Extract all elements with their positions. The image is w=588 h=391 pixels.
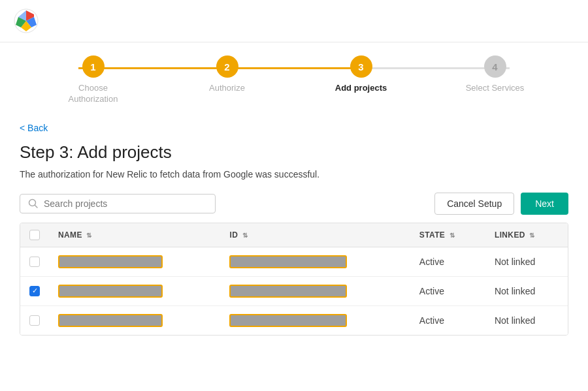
row-2-name-redacted [58, 285, 163, 298]
page-description: The authorization for New Relic to fetch… [20, 169, 568, 180]
row-3-checkbox[interactable] [29, 315, 40, 326]
row-3-name-redacted [58, 314, 163, 327]
next-button[interactable]: Next [521, 193, 568, 215]
google-cloud-logo [13, 8, 39, 34]
row-2-name [49, 276, 220, 305]
step-label-2: Authorize [209, 83, 245, 94]
cancel-setup-button[interactable]: Cancel Setup [434, 193, 514, 215]
id-sort-icon[interactable]: ⇅ [242, 232, 248, 239]
search-box[interactable] [20, 194, 216, 213]
svg-line-2 [35, 205, 38, 208]
header-checkbox-col[interactable] [20, 223, 49, 247]
row-2-linked: Not linked [485, 276, 568, 305]
row-1-checkbox[interactable] [29, 257, 40, 267]
table-row: Active Not linked [20, 276, 568, 305]
search-input[interactable] [44, 198, 207, 209]
step-circle-2: 2 [216, 55, 238, 78]
stepper-steps: 1 Choose Authorization 2 Authorize 3 Add… [26, 55, 562, 105]
back-link[interactable]: < Back [20, 123, 48, 133]
row-2-checkbox[interactable] [29, 286, 40, 296]
row-2-checkbox-cell[interactable] [20, 276, 49, 305]
step-label-3: Add projects [335, 83, 387, 94]
header-state: STATE ⇅ [410, 223, 485, 247]
row-2-state: Active [410, 276, 485, 305]
toolbar: Cancel Setup Next [20, 193, 568, 215]
row-3-state: Active [410, 305, 485, 335]
row-1-state: Active [410, 247, 485, 276]
step-3: 3 Add projects [294, 55, 428, 94]
row-1-id [220, 247, 410, 276]
button-group: Cancel Setup Next [434, 193, 568, 215]
row-1-checkbox-cell[interactable] [20, 247, 49, 276]
row-2-id-redacted [229, 285, 347, 298]
row-1-linked: Not linked [485, 247, 568, 276]
step-1: 1 Choose Authorization [26, 55, 160, 105]
step-label-4: Select Services [466, 83, 525, 94]
page-title: Step 3: Add projects [20, 142, 568, 163]
step-label-1: Choose Authorization [61, 83, 126, 105]
step-4: 4 Select Services [428, 55, 562, 94]
page-content: < Back Step 3: Add projects The authoriz… [0, 112, 588, 346]
row-1-name-redacted [58, 255, 163, 268]
row-3-id-redacted [229, 314, 347, 327]
header [0, 0, 588, 42]
linked-sort-icon[interactable]: ⇅ [529, 232, 534, 239]
row-3-name [49, 305, 220, 335]
step-2: 2 Authorize [160, 55, 294, 94]
step-circle-1: 1 [82, 55, 105, 78]
step-circle-4: 4 [484, 55, 506, 78]
row-1-name [49, 247, 220, 276]
header-name: NAME ⇅ [49, 223, 220, 247]
header-linked: LINKED ⇅ [485, 223, 568, 247]
row-3-linked: Not linked [485, 305, 568, 335]
header-id: ID ⇅ [220, 223, 410, 247]
projects-table: NAME ⇅ ID ⇅ STATE ⇅ LINKED ⇅ [20, 223, 568, 336]
table-row: Active Not linked [20, 305, 568, 335]
table-header-row: NAME ⇅ ID ⇅ STATE ⇅ LINKED ⇅ [20, 223, 568, 247]
row-3-id [220, 305, 410, 335]
search-icon [28, 198, 39, 209]
row-2-id [220, 276, 410, 305]
select-all-checkbox[interactable] [29, 230, 40, 240]
row-3-checkbox-cell[interactable] [20, 305, 49, 335]
row-1-id-redacted [229, 255, 347, 268]
name-sort-icon[interactable]: ⇅ [86, 232, 91, 239]
stepper: 1 Choose Authorization 2 Authorize 3 Add… [0, 42, 588, 112]
step-circle-3: 3 [350, 55, 372, 78]
state-sort-icon[interactable]: ⇅ [449, 232, 455, 239]
table-row: Active Not linked [20, 247, 568, 276]
